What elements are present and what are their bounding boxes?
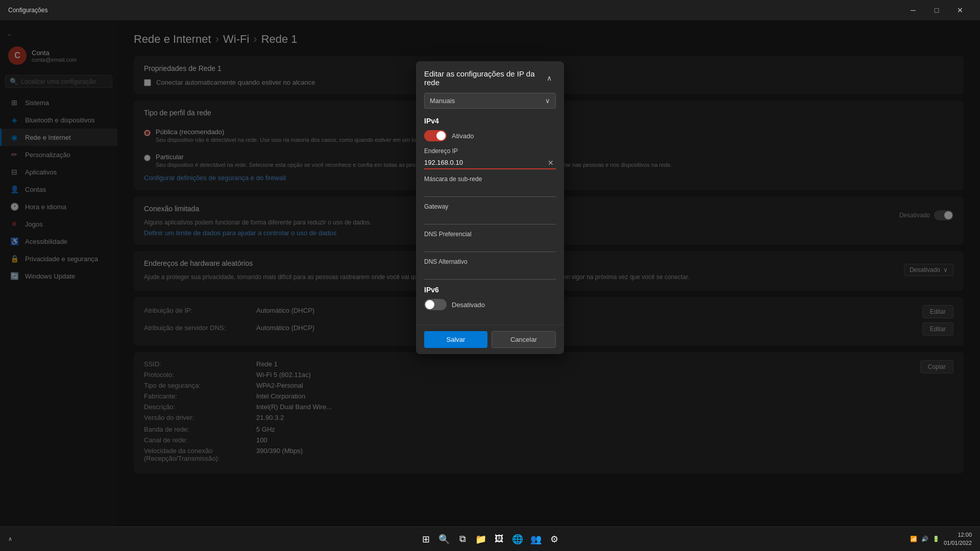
ip-mode-value: Manuais (430, 97, 455, 105)
taskbar-left: ∧ (8, 536, 12, 542)
dialog-close-button[interactable]: ∧ (543, 71, 556, 85)
taskbar-start-icon[interactable]: ⊞ (418, 531, 434, 547)
ip-address-field-wrap: ✕ (424, 157, 556, 169)
ipv6-heading: IPv6 (424, 286, 556, 294)
dns-preferred-input[interactable] (424, 240, 556, 252)
ipv6-toggle-row: Desativado (424, 299, 556, 310)
taskbar-teams-icon[interactable]: 👥 (528, 531, 544, 547)
taskbar-time: 12:00 (944, 531, 972, 539)
dns-alternative-label: DNS Alternativo (424, 258, 556, 265)
subnet-input[interactable] (424, 185, 556, 196)
gateway-input[interactable] (424, 212, 556, 224)
ip-mode-dropdown[interactable]: Manuais ∨ (424, 93, 556, 109)
title-bar: Configurações ─ □ ✕ (0, 0, 980, 20)
window-controls: ─ □ ✕ (901, 2, 972, 18)
dialog-header: Editar as configurações de IP da rede ∧ (416, 61, 564, 93)
dialog-title: Editar as configurações de IP da rede (424, 69, 543, 87)
dialog-footer: Salvar Cancelar (416, 324, 564, 354)
taskbar-browser-icon[interactable]: 🌐 (509, 531, 526, 547)
taskbar-date: 01/01/2022 (944, 539, 972, 547)
close-button[interactable]: ✕ (948, 2, 972, 18)
dropdown-arrow-icon: ∨ (545, 97, 550, 105)
taskbar-explorer-icon[interactable]: 📁 (473, 531, 489, 547)
dns-alternative-field-wrap (424, 267, 556, 280)
ipv4-heading: IPv4 (424, 117, 556, 125)
dns-preferred-field-wrap (424, 240, 556, 252)
taskbar-sound-icon: 🔊 (921, 536, 928, 542)
maximize-button[interactable]: □ (925, 2, 948, 18)
ipv4-toggle[interactable] (424, 130, 447, 141)
gateway-label: Gateway (424, 203, 556, 210)
subnet-label: Máscara de sub-rede (424, 176, 556, 183)
ip-settings-dialog: Editar as configurações de IP da rede ∧ … (416, 61, 564, 354)
ipv4-toggle-label: Ativado (452, 132, 474, 140)
dialog-body: Manuais ∨ IPv4 Ativado Endereço IP ✕ Más… (416, 93, 564, 324)
ipv4-toggle-row: Ativado (424, 130, 556, 141)
ipv6-toggle-label: Desativado (452, 301, 485, 309)
dialog-overlay: Editar as configurações de IP da rede ∧ … (0, 20, 980, 527)
ip-address-input[interactable] (424, 157, 546, 168)
gateway-field-wrap (424, 212, 556, 224)
dns-alternative-input[interactable] (424, 267, 556, 279)
subnet-field-wrap (424, 185, 556, 197)
dns-preferred-label: DNS Preferencial (424, 231, 556, 238)
ip-address-label: Endereço IP (424, 147, 556, 155)
taskbar-taskview-icon[interactable]: ⧉ (454, 531, 471, 547)
taskbar-chevron-icon[interactable]: ∧ (8, 536, 12, 542)
taskbar-battery-icon: 🔋 (933, 536, 940, 542)
taskbar-photos-icon[interactable]: 🖼 (491, 531, 507, 547)
taskbar: ∧ ⊞ 🔍 ⧉ 📁 🖼 🌐 👥 ⚙ 📶 🔊 🔋 12:00 01/01/2022 (0, 527, 980, 551)
taskbar-wifi-icon: 📶 (910, 536, 917, 542)
taskbar-search-icon[interactable]: 🔍 (436, 531, 452, 547)
minimize-button[interactable]: ─ (901, 2, 925, 18)
ipv6-toggle[interactable] (424, 299, 447, 310)
window-title: Configurações (8, 7, 901, 14)
save-button[interactable]: Salvar (424, 331, 487, 348)
taskbar-settings-icon[interactable]: ⚙ (546, 531, 562, 547)
taskbar-right: 📶 🔊 🔋 12:00 01/01/2022 (910, 531, 972, 547)
ip-clear-button[interactable]: ✕ (546, 159, 556, 167)
cancel-button[interactable]: Cancelar (492, 331, 556, 348)
